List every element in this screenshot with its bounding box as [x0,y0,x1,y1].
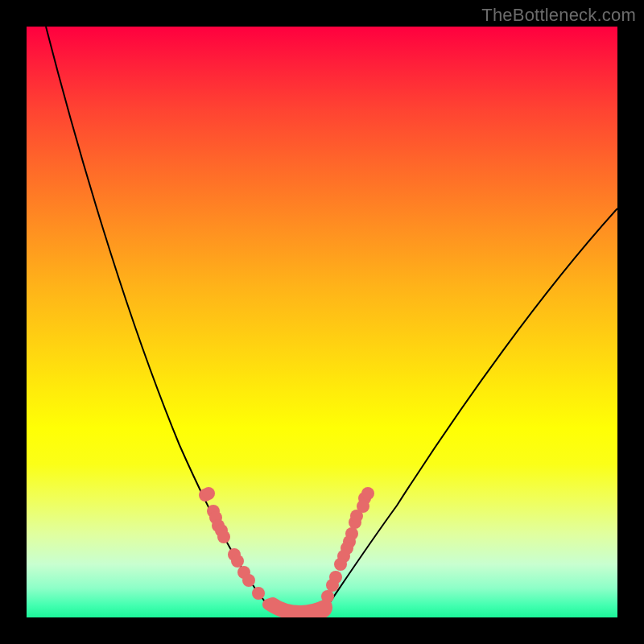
dot-left [231,555,244,568]
dot-right [326,579,339,592]
dot-left [242,574,255,587]
dot-left [202,487,215,500]
bottom-blob [268,603,327,616]
curve-svg [27,27,617,617]
dot-right [361,487,374,500]
dot-left [252,587,265,600]
watermark-text: TheBottleneck.com [481,5,636,26]
dot-left [217,530,230,543]
plot-area [27,27,617,617]
dot-right [350,510,363,522]
curve-right [310,208,617,617]
curve-left [46,27,292,617]
dot-right [334,558,347,571]
chart-frame: TheBottleneck.com [0,0,644,644]
